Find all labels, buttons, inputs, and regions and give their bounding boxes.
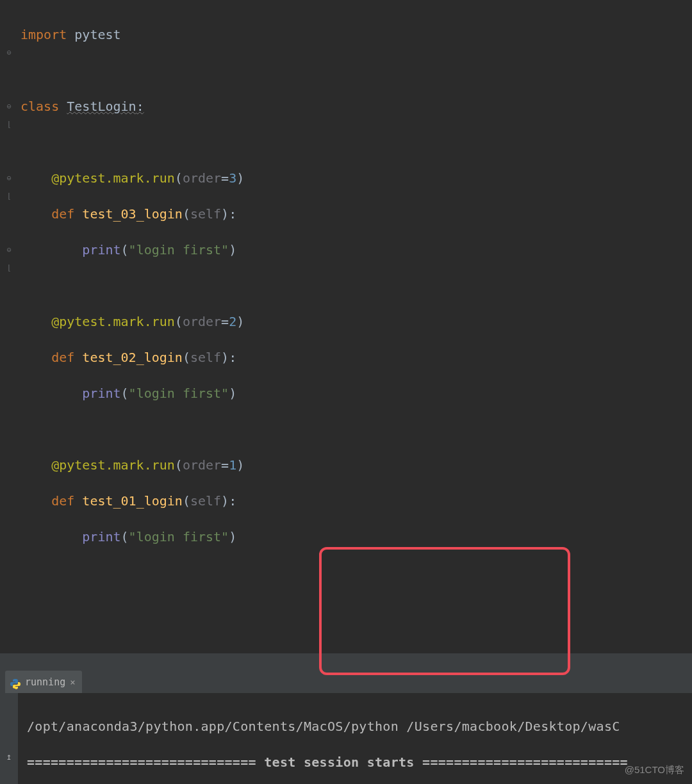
function-name: test_01_login [82, 493, 183, 509]
watermark: @51CTO博客 [625, 761, 684, 779]
run-tool-gutter: ↥ ↧ ⎙ [0, 693, 18, 784]
kwarg: order [183, 314, 221, 329]
editor-gutter: ⊖ ⊖ ⌊ ⊖ ⌊ ⊖ ⌊ [0, 8, 18, 653]
run-tabbar: running × [0, 673, 692, 693]
number-literal: 3 [229, 170, 236, 186]
tab-label: running [25, 673, 65, 691]
console-line: /opt/anaconda3/python.app/Contents/MacOS… [27, 717, 692, 735]
fold-icon[interactable]: ⊖ [0, 169, 18, 187]
fold-end-icon[interactable]: ⌊ [0, 187, 18, 205]
param: self [190, 493, 221, 509]
scroll-to-top-icon[interactable]: ↥ [3, 751, 15, 762]
panel-divider[interactable] [0, 653, 692, 673]
scroll-to-bottom-icon[interactable]: ↧ [3, 781, 15, 784]
run-console[interactable]: /opt/anaconda3/python.app/Contents/MacOS… [18, 693, 692, 784]
param: self [190, 350, 221, 365]
builtin-call: print [82, 242, 120, 257]
builtin-call: print [82, 529, 120, 544]
python-file-icon [10, 677, 21, 687]
string-literal: "login first" [129, 386, 229, 401]
fold-end-icon[interactable]: ⌊ [0, 115, 18, 133]
kwarg: order [183, 457, 221, 473]
fold-end-icon[interactable]: ⌊ [0, 259, 18, 277]
function-name: test_03_login [82, 206, 183, 222]
keyword: def [51, 350, 74, 365]
decorator: @pytest.mark.run [51, 314, 175, 329]
number-literal: 2 [229, 314, 236, 329]
module-name: pytest [74, 27, 120, 42]
string-literal: "login first" [129, 529, 229, 544]
keyword: class [21, 99, 59, 114]
keyword: def [51, 493, 74, 509]
function-name: test_02_login [82, 350, 183, 365]
decorator: @pytest.mark.run [51, 457, 175, 473]
fold-icon[interactable]: ⊖ [0, 97, 18, 115]
keyword: def [51, 206, 74, 222]
code-content[interactable]: import pytest class TestLogin: @pytest.m… [18, 8, 692, 653]
number-literal: 1 [229, 457, 236, 473]
console-line: ============================= test sessi… [27, 753, 692, 771]
fold-icon[interactable]: ⊖ [0, 241, 18, 259]
builtin-call: print [82, 386, 120, 401]
fold-icon[interactable]: ⊖ [0, 44, 18, 61]
class-name: TestLogin [67, 99, 136, 114]
decorator: @pytest.mark.run [51, 170, 175, 186]
tab-running[interactable]: running × [5, 671, 82, 693]
param: self [190, 206, 221, 222]
keyword: import [21, 27, 67, 42]
string-literal: "login first" [129, 242, 229, 257]
code-editor[interactable]: ⊖ ⊖ ⌊ ⊖ ⌊ ⊖ ⌊ import pytest class TestLo… [0, 0, 692, 653]
close-icon[interactable]: × [70, 673, 75, 691]
kwarg: order [183, 170, 221, 186]
